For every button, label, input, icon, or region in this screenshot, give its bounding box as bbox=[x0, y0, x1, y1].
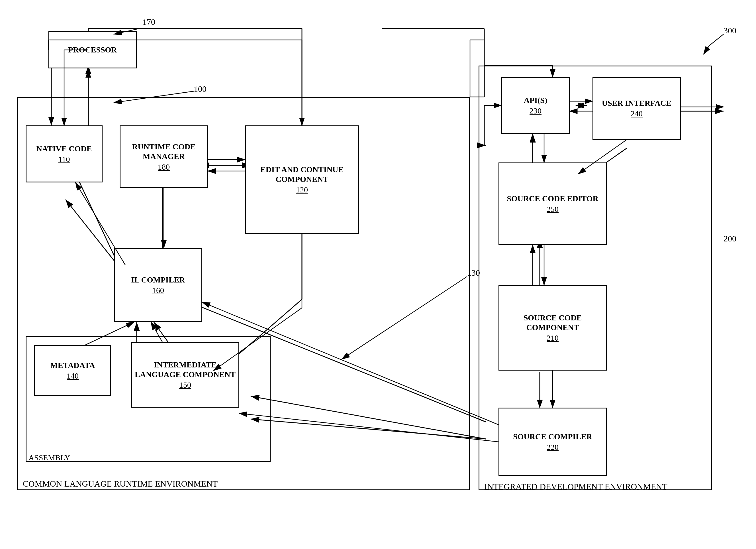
ref-300: 300 bbox=[724, 26, 736, 35]
runtime-code-manager-number: 180 bbox=[158, 162, 170, 171]
user-interface-number: 240 bbox=[631, 109, 643, 118]
ref-130: 130 bbox=[467, 268, 480, 278]
processor-label: PROCESSOR bbox=[68, 45, 117, 55]
clr-label: COMMON LANGUAGE RUNTIME ENVIRONMENT bbox=[23, 479, 218, 489]
source-compiler-number: 220 bbox=[547, 443, 559, 452]
ide-label: INTEGRATED DEVELOPMENT ENVIRONMENT bbox=[484, 482, 667, 491]
il-compiler-label: IL COMPILER bbox=[131, 275, 185, 285]
source-code-component-box: SOURCE CODE COMPONENT 210 bbox=[498, 285, 607, 371]
apis-label: API(S) bbox=[524, 95, 547, 105]
apis-box: API(S) 230 bbox=[501, 77, 570, 134]
intermediate-language-box: INTERMEDIATE LANGUAGE COMPONENT 150 bbox=[131, 342, 239, 408]
edit-continue-label: EDIT AND CONTINUE COMPONENT bbox=[246, 165, 358, 184]
metadata-label: METADATA bbox=[50, 361, 95, 370]
ref-170: 170 bbox=[142, 17, 155, 27]
svg-line-37 bbox=[704, 46, 709, 54]
native-code-label: NATIVE CODE bbox=[36, 144, 92, 154]
processor-box: PROCESSOR bbox=[48, 31, 137, 68]
ref-100: 100 bbox=[194, 84, 207, 94]
user-interface-label: USER INTERFACE bbox=[602, 98, 672, 108]
native-code-box: NATIVE CODE 110 bbox=[26, 125, 103, 182]
ref-200: 200 bbox=[724, 234, 736, 243]
il-compiler-box: IL COMPILER 160 bbox=[114, 248, 202, 322]
svg-line-36 bbox=[709, 34, 724, 46]
source-code-editor-box: SOURCE CODE EDITOR 250 bbox=[498, 162, 607, 245]
source-code-component-label: SOURCE CODE COMPONENT bbox=[499, 313, 606, 332]
native-code-number: 110 bbox=[58, 155, 70, 164]
user-interface-box: USER INTERFACE 240 bbox=[592, 77, 681, 140]
source-code-component-number: 210 bbox=[547, 334, 559, 343]
metadata-box: METADATA 140 bbox=[34, 345, 111, 396]
apis-number: 230 bbox=[530, 106, 542, 115]
intermediate-language-number: 150 bbox=[179, 381, 191, 390]
diagram: PROCESSOR 170 COMMON LANGUAGE RUNTIME EN… bbox=[0, 0, 756, 549]
runtime-code-manager-label: RUNTIME CODE MANAGER bbox=[120, 142, 207, 161]
intermediate-language-label: INTERMEDIATE LANGUAGE COMPONENT bbox=[132, 360, 238, 379]
edit-continue-box: EDIT AND CONTINUE COMPONENT 120 bbox=[245, 125, 359, 234]
il-compiler-number: 160 bbox=[152, 286, 164, 295]
source-code-editor-label: SOURCE CODE EDITOR bbox=[507, 194, 598, 203]
metadata-number: 140 bbox=[67, 372, 79, 381]
assembly-label: ASSEMBLY bbox=[28, 453, 70, 462]
source-compiler-box: SOURCE COMPILER 220 bbox=[498, 408, 607, 476]
source-code-editor-number: 250 bbox=[547, 205, 559, 214]
edit-continue-number: 120 bbox=[296, 185, 308, 194]
source-compiler-label: SOURCE COMPILER bbox=[513, 432, 592, 442]
runtime-code-manager-box: RUNTIME CODE MANAGER 180 bbox=[120, 125, 208, 188]
